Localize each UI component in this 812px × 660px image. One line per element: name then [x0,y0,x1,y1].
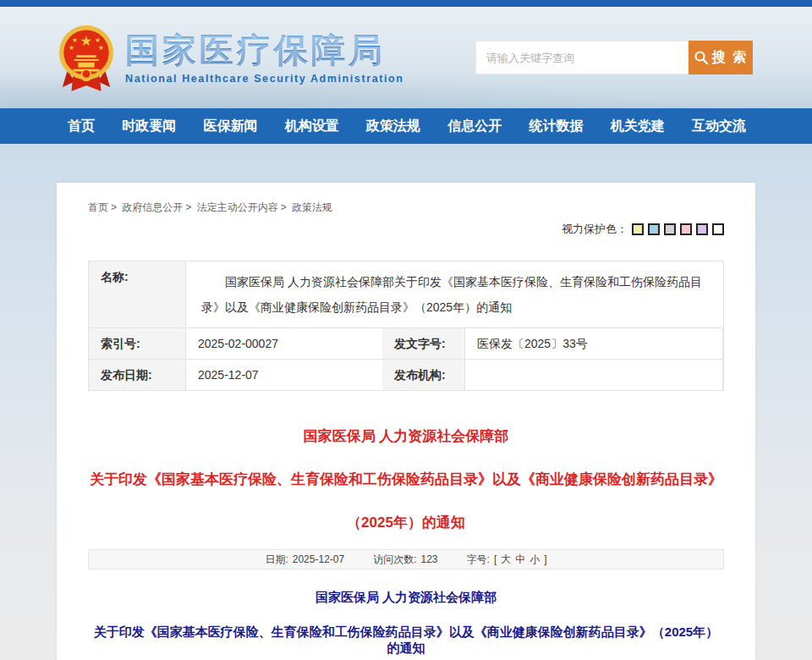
eye-color-swatch-pink[interactable] [680,223,692,235]
site-header: ★ ★ ★ ★ ★ 国家医疗保障局 National Healthcare Se… [0,7,812,108]
breadcrumb-policy[interactable]: 政策法规 [292,201,332,213]
nav-item-policy[interactable]: 政策法规 [366,118,420,135]
brand: ★ ★ ★ ★ ★ 国家医疗保障局 National Healthcare Se… [58,21,404,94]
meta-fontsize-label: 字号: [467,553,490,567]
article-subtitle-line1: 国家医保局 人力资源社会保障部 [88,590,724,606]
breadcrumb-separator: > [281,201,287,213]
page-background: 首页> 政府信息公开> 法定主动公开内容> 政策法规 视力保护色： 名称: 国家… [0,144,812,660]
meta-bracket-close: ] [544,553,546,565]
meta-date: 日期: 2025-12-07 [265,553,344,567]
nav-item-party-building[interactable]: 机关党建 [611,118,665,135]
eye-color-swatch-gray[interactable] [664,223,676,235]
svg-text:★: ★ [72,36,78,44]
svg-text:★: ★ [95,36,101,44]
breadcrumb-gov-info[interactable]: 政府信息公开 [122,201,183,213]
nav-item-organization[interactable]: 机构设置 [285,118,339,135]
eye-color-swatch-white[interactable] [712,223,724,235]
content-panel: 首页> 政府信息公开> 法定主动公开内容> 政策法规 视力保护色： 名称: 国家… [57,183,755,660]
nav-item-statistics[interactable]: 统计数据 [529,118,584,135]
national-emblem-logo: ★ ★ ★ ★ ★ [58,21,115,94]
brand-text: 国家医疗保障局 National Healthcare Security Adm… [125,31,404,85]
meta-visits-label: 访问次数: [373,553,416,567]
eye-protection-bar: 视力保护色： [88,222,724,237]
search-input[interactable] [475,41,689,74]
site-title: 国家医疗保障局 [125,31,404,69]
article-meta-bar: 日期: 2025-12-07 访问次数: 123 字号: [ 大 中 小 ] [88,549,724,569]
fontsize-large-button[interactable]: 大 [501,553,511,567]
document-info-table: 名称: 国家医保局 人力资源社会保障部关于印发《国家基本医疗保险、生育保险和工伤… [88,261,724,391]
doc-name-value: 国家医保局 人力资源社会保障部关于印发《国家基本医疗保险、生育保险和工伤保险药品… [186,261,723,328]
article-title-line1: 国家医保局 人力资源社会保障部 [88,426,724,446]
nav-item-medical-news[interactable]: 医保新闻 [204,118,258,135]
breadcrumb-home[interactable]: 首页 [88,201,108,213]
search-button[interactable]: 搜 索 [689,41,753,74]
nav-item-home[interactable]: 首页 [68,118,95,135]
breadcrumb: 首页> 政府信息公开> 法定主动公开内容> 政策法规 [88,201,724,215]
svg-text:★: ★ [80,33,93,48]
doc-name-label: 名称: [89,261,186,328]
meta-date-value: 2025-12-07 [293,553,344,565]
doc-index-value: 2025-02-00027 [186,328,382,360]
article-title-line2: 关于印发《国家基本医疗保险、生育保险和工伤保险药品目录》以及《商业健康保险创新药… [88,470,724,489]
meta-fontsize: 字号: [ 大 中 小 ] [467,553,547,567]
doc-puborg-value [465,360,723,391]
doc-number-label: 发文字号: [382,328,465,360]
fontsize-small-button[interactable]: 小 [529,553,540,567]
meta-visits-value: 123 [421,553,438,565]
svg-text:★: ★ [98,44,104,52]
site-subtitle: National Healthcare Security Administrat… [125,73,404,85]
search-button-label: 搜 索 [712,49,748,67]
meta-visits: 访问次数: 123 [373,553,437,567]
meta-bracket-open: [ [494,553,497,565]
nav-item-interaction[interactable]: 互动交流 [692,118,746,135]
eye-protection-label: 视力保护色： [562,222,628,237]
eye-color-swatch-purple[interactable] [696,223,708,235]
doc-number-value: 医保发〔2025〕33号 [465,328,723,360]
nav-item-info-disclosure[interactable]: 信息公开 [447,118,502,135]
breadcrumb-separator: > [111,201,117,213]
doc-pubdate-value: 2025-12-07 [186,360,382,391]
article-subtitle-line2: 关于印发《国家基本医疗保险、生育保险和工伤保险药品目录》以及《商业健康保险创新药… [88,624,724,657]
top-accent-bar [0,0,812,7]
meta-date-label: 日期: [265,553,288,567]
doc-puborg-label: 发布机构: [382,360,465,391]
article-title-line3: （2025年）的通知 [88,513,724,532]
search-bar: 搜 索 [475,41,753,74]
doc-index-label: 索引号: [89,328,186,360]
eye-color-swatch-yellow[interactable] [632,223,644,235]
main-nav: 首页 时政要闻 医保新闻 机构设置 政策法规 信息公开 统计数据 机关党建 互动… [0,108,812,144]
search-icon [694,50,709,65]
fontsize-medium-button[interactable]: 中 [515,553,525,567]
breadcrumb-separator: > [185,201,191,213]
doc-pubdate-label: 发布日期: [89,360,186,391]
nav-item-news[interactable]: 时政要闻 [122,118,176,135]
eye-color-swatch-blue[interactable] [648,223,660,235]
svg-text:★: ★ [69,44,74,52]
breadcrumb-disclosure-content[interactable]: 法定主动公开内容 [197,201,278,213]
